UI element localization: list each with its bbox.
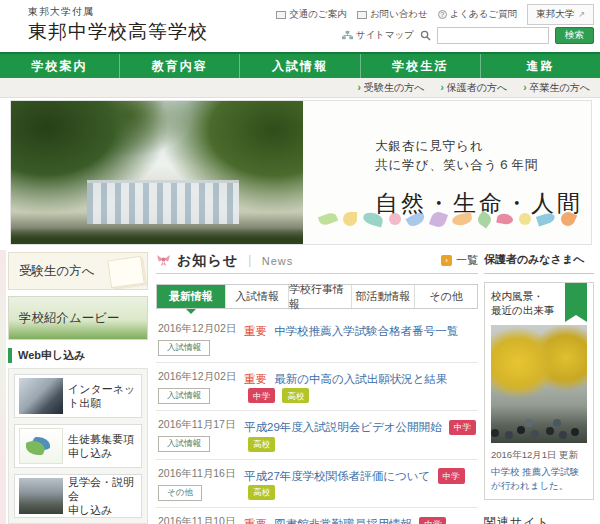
news-row: 2016年11月10日 その他 重要 図書館非常勤職員採用情報 中学 高校 <box>156 508 478 524</box>
news-section: お知らせ ｜ News › 一覧 最新情報 入試情報 学校行事情報 部活動情報 … <box>156 250 478 524</box>
subnav-alumni[interactable]: ›卒業生の方へ <box>523 81 590 95</box>
faq-link[interactable]: ? よくあるご質問 <box>438 8 518 21</box>
news-title-en: News <box>262 255 294 267</box>
map-icon <box>276 11 286 19</box>
junior-high-badge: 中学 <box>449 420 476 435</box>
news-link[interactable]: 最新の中高の入試出願状況と結果 <box>274 373 447 385</box>
utility-links: 交通のご案内 お問い合わせ ? よくあるご質問 東邦大学 ↗ <box>276 4 594 25</box>
shrubs-image <box>11 228 303 244</box>
search-input[interactable] <box>437 27 549 44</box>
link-prospectus-request[interactable]: 生徒募集要項 申し込み <box>14 424 142 468</box>
contact-link[interactable]: お問い合わせ <box>357 8 428 21</box>
faq-link-label: よくあるご質問 <box>450 8 518 21</box>
photo-caption-link[interactable]: 中学校 推薦入学試験が行われました。 <box>491 465 587 492</box>
banner-for-examinees-label: 受験生の方へ <box>19 263 95 280</box>
banner-for-examinees[interactable]: 受験生の方へ <box>8 252 148 290</box>
header: 東邦大学付属 東邦中学校高等学校 交通のご案内 お問い合わせ ? よくあるご質問… <box>0 0 600 52</box>
link-online-application[interactable]: インターネット出願 <box>14 374 142 418</box>
tab-latest[interactable]: 最新情報 <box>157 285 225 308</box>
news-list-link-label: 一覧 <box>456 253 478 268</box>
ginkgo-photo <box>491 325 587 443</box>
link-tour-session-application[interactable]: 見学会・説明会 申し込み <box>14 474 142 518</box>
chevron-icon: › <box>440 82 443 93</box>
senior-high-badge: 高校 <box>282 388 309 403</box>
subnav-parents-label: 保護者の方へ <box>447 82 507 93</box>
senior-high-badge: 高校 <box>248 437 275 452</box>
logo-affiliation: 東邦大学付属 <box>28 5 208 19</box>
news-row: 2016年11月16日 その他 平成27年度学校関係者評価について 中学 高校 <box>156 460 478 508</box>
page: 東邦大学付属 東邦中学校高等学校 交通のご案内 お問い合わせ ? よくあるご質問… <box>0 0 600 524</box>
school-logo[interactable]: 東邦大学付属 東邦中学校高等学校 <box>28 5 208 45</box>
laptop-image <box>19 378 63 414</box>
nav-item-admissions[interactable]: 入試情報 <box>239 54 359 78</box>
decorative-flourish <box>303 198 591 240</box>
important-label: 重要 <box>244 373 267 385</box>
link-tour-session-application-label: 見学会・説明会 申し込み <box>68 475 141 518</box>
parents-heading: 保護者のみなさまへ <box>484 252 594 274</box>
contact-link-label: お問い合わせ <box>370 8 428 21</box>
news-title-separator: ｜ <box>244 252 256 269</box>
news-category-badge: 入試情報 <box>158 436 210 452</box>
sitemap-icon <box>342 30 353 41</box>
subnav-alumni-label: 卒業生の方へ <box>530 82 590 93</box>
news-date: 2016年11月16日 <box>158 467 244 481</box>
news-title: お知らせ <box>177 252 238 270</box>
nav-item-school-life[interactable]: 学校生活 <box>360 54 480 78</box>
banner-school-movie-label: 学校紹介ムービー <box>19 310 120 327</box>
nav-item-education[interactable]: 教育内容 <box>119 54 239 78</box>
access-link[interactable]: 交通のご案内 <box>276 8 346 21</box>
senior-high-badge: 高校 <box>248 485 275 500</box>
news-row: 2016年11月17日 入試情報 平成29年度入試説明会ビデオ公開開始 中学 高… <box>156 411 478 459</box>
campus-scenery-card[interactable]: 校内風景・ 最近の出来事 2016年12月1日 更新 中学校 推薦入学試験が行わ… <box>484 282 594 500</box>
tab-school-events[interactable]: 学校行事情報 <box>288 285 351 308</box>
tab-admissions[interactable]: 入試情報 <box>225 285 288 308</box>
subnav-examinees[interactable]: ›受験生の方へ <box>358 81 425 95</box>
school-building-image <box>87 180 239 224</box>
nav-item-careers[interactable]: 進路 <box>480 54 600 78</box>
news-link[interactable]: 中学校推薦入学試験合格者番号一覧 <box>274 325 458 337</box>
news-date: 2016年11月10日 <box>158 515 244 524</box>
subnav-parents[interactable]: ›保護者の方へ <box>440 81 507 95</box>
news-row: 2016年12月02日 入試情報 重要 中学校推薦入学試験合格者番号一覧 <box>156 315 478 363</box>
campus-photo <box>11 101 303 244</box>
sitemap-label: サイトマップ <box>356 29 414 42</box>
news-link[interactable]: 図書館非常勤職員採用情報 <box>274 518 412 524</box>
chevron-icon: › <box>523 82 526 93</box>
right-sidebar: 保護者のみなさまへ 校内風景・ 最近の出来事 2016年12月1日 更新 中学校… <box>484 252 594 524</box>
crowd-image <box>491 429 499 437</box>
subnav-examinees-label: 受験生の方へ <box>364 82 424 93</box>
nav-item-about[interactable]: 学校案内 <box>0 54 119 78</box>
hero-text-panel: 大銀杏に見守られ 共に学び、笑い合う６年間 自然・生命・人間 <box>303 101 591 244</box>
junior-high-badge: 中学 <box>438 468 465 483</box>
news-list-link[interactable]: › 一覧 <box>441 253 478 268</box>
university-link-button[interactable]: 東邦大学 ↗ <box>527 4 594 25</box>
news-date: 2016年12月02日 <box>158 322 244 336</box>
web-application-heading: Web申し込み <box>8 348 148 363</box>
tab-club-activities[interactable]: 部活動情報 <box>351 285 414 308</box>
tab-other[interactable]: その他 <box>414 285 477 308</box>
junior-high-badge: 中学 <box>248 388 275 403</box>
link-online-application-label: インターネット出願 <box>68 382 141 411</box>
external-link-icon: ↗ <box>578 10 585 19</box>
related-sites-heading: 関連サイト <box>484 514 594 524</box>
audience-nav: ›受験生の方へ ›保護者の方へ ›卒業生の方へ <box>0 78 600 98</box>
access-link-label: 交通のご案内 <box>289 8 346 21</box>
update-date: 2016年12月1日 更新 <box>491 449 587 462</box>
news-tabs: 最新情報 入試情報 学校行事情報 部活動情報 その他 <box>156 284 478 309</box>
link-prospectus-request-label: 生徒募集要項 申し込み <box>68 432 134 461</box>
web-application-panel: インターネット出願 生徒募集要項 申し込み 見学会・説明会 申し込み <box>8 368 148 524</box>
news-link[interactable]: 平成29年度入試説明会ビデオ公開開始 <box>244 421 442 433</box>
news-link[interactable]: 平成27年度学校関係者評価について <box>244 470 430 482</box>
search-icon <box>420 30 431 41</box>
search-button[interactable]: 検索 <box>555 27 594 44</box>
sitemap-link[interactable]: サイトマップ <box>342 29 414 42</box>
news-category-badge: その他 <box>158 485 202 501</box>
banner-school-movie[interactable]: 学校紹介ムービー <box>8 296 148 340</box>
university-link-label: 東邦大学 <box>536 8 574 21</box>
search-area: サイトマップ 検索 <box>342 27 594 44</box>
list-arrow-icon: › <box>441 255 452 266</box>
logo-school-name: 東邦中学校高等学校 <box>28 19 208 45</box>
question-icon: ? <box>438 10 447 19</box>
news-header: お知らせ ｜ News › 一覧 <box>156 250 478 274</box>
news-category-badge: 入試情報 <box>158 340 210 356</box>
